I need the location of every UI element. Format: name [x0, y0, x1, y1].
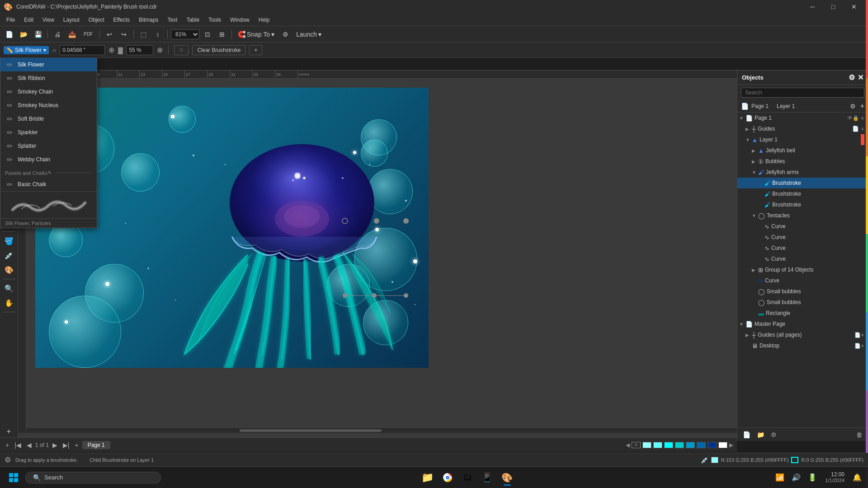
- tree-item-group14[interactable]: ▶ ⊞ Group of 14 Objects: [737, 264, 868, 275]
- dropdown-smokey-chain[interactable]: ✏ Smokey Chain: [0, 85, 97, 99]
- transform-button[interactable]: ↕: [151, 28, 164, 41]
- page-1-tab[interactable]: Page 1: [82, 441, 110, 449]
- dropdown-splatter[interactable]: ✏ Splatter: [0, 139, 97, 153]
- tree-item-guides-all[interactable]: ▶ ┼ Guides (all pages) 📄 +: [737, 329, 868, 340]
- obj-settings-button[interactable]: ⚙: [769, 430, 778, 439]
- section-edit-icon[interactable]: ✎: [47, 170, 52, 176]
- print-button[interactable]: 🖨: [51, 28, 64, 41]
- pdf-button[interactable]: PDF: [80, 28, 96, 41]
- guides-all-lock[interactable]: 📄: [854, 332, 861, 338]
- clear-brushstroke-button[interactable]: Clear Brushstroke: [192, 45, 245, 55]
- taskbar-coreldraw[interactable]: 🎨: [498, 469, 516, 487]
- minimize-button[interactable]: ─: [802, 0, 823, 14]
- taskbar-phone[interactable]: 📱: [478, 469, 496, 487]
- tree-item-tentacles[interactable]: ▼ ◯ Tentacles: [737, 210, 868, 221]
- brush-size-spinner[interactable]: ⊕: [108, 46, 114, 54]
- spray-mode-button[interactable]: ⁙: [174, 45, 189, 55]
- tree-item-guides[interactable]: ▶ ┼ Guides 📄 +: [737, 123, 868, 134]
- menu-file[interactable]: File: [2, 15, 19, 25]
- tree-item-desktop[interactable]: 🖥 Desktop 📄 +: [737, 340, 868, 351]
- add-page-button[interactable]: +: [4, 441, 11, 450]
- volume-icon[interactable]: 🔊: [790, 471, 802, 483]
- tree-item-curve5[interactable]: ∿ Curve: [737, 275, 868, 286]
- visibility-icon-page1[interactable]: 👁: [847, 115, 853, 121]
- dropdown-basic-chalk[interactable]: ✏ Basic Chalk: [0, 178, 97, 191]
- tree-item-layer1[interactable]: ▼ ▲ Layer 1: [737, 134, 868, 145]
- add-desktop[interactable]: +: [861, 342, 864, 349]
- objects-search-input[interactable]: [741, 88, 864, 98]
- battery-icon[interactable]: 🔋: [806, 471, 819, 483]
- page-last-button[interactable]: ▶|: [61, 441, 71, 450]
- brush-selector[interactable]: ✏️ Silk Flower ▾: [4, 46, 49, 54]
- fill-tool[interactable]: 🪣: [1, 234, 17, 248]
- color-swatch-navy[interactable]: [708, 442, 717, 448]
- color-swatch-cyan[interactable]: [664, 442, 673, 448]
- taskbar-files[interactable]: 🗂: [458, 469, 476, 487]
- tree-item-curve4[interactable]: ∿ Curve: [737, 253, 868, 264]
- add-icon-guides[interactable]: +: [861, 125, 864, 132]
- undo-button[interactable]: ↩: [103, 28, 116, 41]
- new-button[interactable]: 📄: [3, 28, 15, 41]
- delete-obj-button[interactable]: 🗑: [854, 430, 864, 439]
- snap-to-button[interactable]: 🧲 Snap To ▾: [235, 28, 277, 41]
- network-icon[interactable]: 📶: [774, 471, 786, 483]
- menu-help[interactable]: Help: [254, 15, 274, 25]
- tree-item-brushstroke3[interactable]: 🖌 Brushstroke: [737, 199, 868, 210]
- redo-button[interactable]: ↪: [118, 28, 130, 41]
- tree-item-rectangle[interactable]: ▬ Rectangle: [737, 308, 868, 319]
- next-colors-button[interactable]: ▶: [729, 442, 733, 448]
- tree-item-page1[interactable]: ▼ 📄 Page 1 👁 🔒 +: [737, 113, 868, 123]
- color-swatch-teal[interactable]: [675, 442, 684, 448]
- page-prev-button[interactable]: ◀: [25, 441, 33, 450]
- color-swatch-white[interactable]: [718, 442, 727, 448]
- add-layer-icon[interactable]: +: [860, 102, 864, 110]
- dropdown-webby-chain[interactable]: ✏ Webby Chain: [0, 153, 97, 166]
- pan-tool[interactable]: ✋: [1, 296, 17, 310]
- color-tool[interactable]: 🎨: [1, 263, 17, 277]
- canvas-area[interactable]: 13 15 17 19 21 23 25 27 29 31 33 35 inch…: [18, 70, 737, 441]
- color-swatch-blue[interactable]: [686, 442, 695, 448]
- menu-view[interactable]: View: [38, 15, 59, 25]
- zoom-select[interactable]: 81% 100% 50%: [171, 29, 199, 39]
- horizontal-scrollbar[interactable]: [26, 427, 737, 433]
- start-button[interactable]: [5, 469, 23, 487]
- add-icon-page1[interactable]: +: [861, 114, 864, 122]
- settings-button[interactable]: ⚙: [279, 28, 292, 41]
- objects-settings-icon[interactable]: ⚙: [849, 73, 855, 82]
- eyedropper-tool[interactable]: 💉: [1, 249, 17, 262]
- menu-object[interactable]: Object: [84, 15, 109, 25]
- clock[interactable]: 12:00 1/1/2024: [822, 469, 847, 486]
- taskbar-chrome[interactable]: [439, 469, 457, 487]
- brush-size-input[interactable]: [60, 45, 105, 55]
- tree-item-jellyfish-bell[interactable]: ▶ ▲ Jellyfish bell: [737, 145, 868, 156]
- page-add-end-button[interactable]: +: [73, 441, 80, 450]
- dropdown-silk-flower[interactable]: ✏ Silk Flower: [0, 58, 97, 71]
- menu-effects[interactable]: Effects: [109, 15, 134, 25]
- menu-window[interactable]: Window: [226, 15, 254, 25]
- tree-item-bubbles[interactable]: ▶ ① Bubbles: [737, 156, 868, 167]
- opacity-input[interactable]: [126, 45, 153, 55]
- add-tool[interactable]: +: [1, 425, 17, 438]
- tree-item-jellyfish-arms[interactable]: ▼ 🖌 Jellyfish arms: [737, 167, 868, 178]
- maximize-button[interactable]: □: [823, 0, 844, 14]
- color-swatch-none[interactable]: ✕: [632, 442, 641, 448]
- h-scroll-thumb[interactable]: [240, 429, 382, 432]
- canvas-content[interactable]: [26, 79, 737, 433]
- taskbar-file-explorer[interactable]: 📁: [419, 469, 437, 487]
- export-button[interactable]: 📤: [66, 28, 78, 41]
- tree-item-brushstroke1[interactable]: 🖌 Brushstroke: [737, 178, 868, 188]
- color-swatch-cyan-light[interactable]: [642, 442, 651, 448]
- color-swatch-cyan-med[interactable]: [653, 442, 662, 448]
- settings-gear-icon[interactable]: ⚙: [850, 103, 856, 110]
- select-button[interactable]: ⬚: [137, 28, 150, 41]
- menu-bitmaps[interactable]: Bitmaps: [134, 15, 163, 25]
- close-button[interactable]: ✕: [844, 0, 864, 14]
- taskbar-search[interactable]: 🔍 Search: [25, 472, 161, 483]
- menu-text[interactable]: Text: [163, 15, 182, 25]
- add-brushstroke-button[interactable]: +: [249, 45, 262, 55]
- menu-edit[interactable]: Edit: [19, 15, 38, 25]
- dropdown-sparkler[interactable]: ✏ Sparkler: [0, 126, 97, 139]
- opacity-add[interactable]: ⊕: [157, 46, 163, 54]
- tree-item-brushstroke2[interactable]: 🖌 Brushstroke: [737, 188, 868, 199]
- desktop-lock[interactable]: 📄: [854, 343, 861, 349]
